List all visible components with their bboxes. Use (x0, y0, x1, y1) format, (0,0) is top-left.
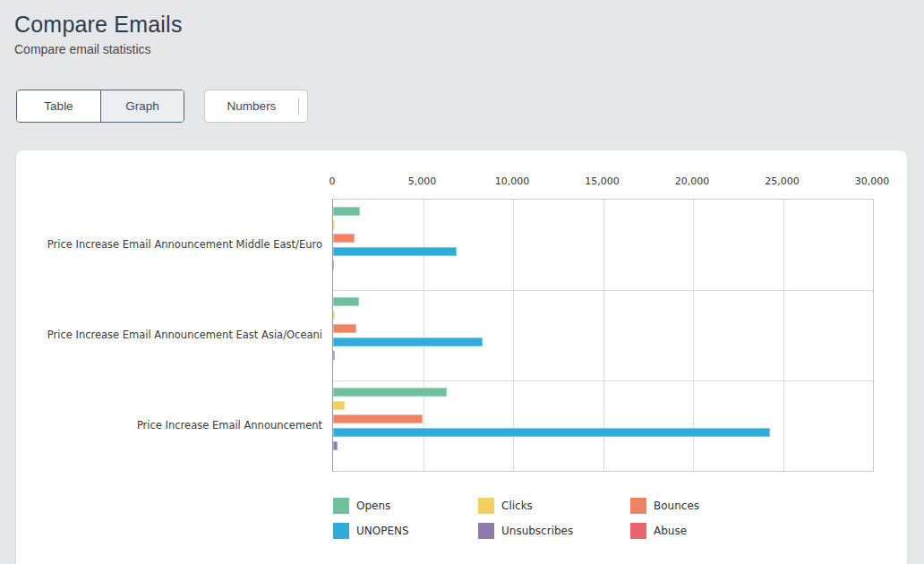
bar-unopens[interactable] (333, 338, 483, 346)
x-axis-tick-label: 30,000 (855, 175, 890, 187)
category-label: Price Increase Email Announcement Middle… (16, 238, 322, 251)
gridline-vertical (783, 200, 784, 471)
legend-label: Abuse (654, 525, 687, 537)
legend-item-unsubscribes[interactable]: Unsubscribes (478, 523, 630, 539)
legend-swatch-icon (630, 523, 646, 539)
gridline-horizontal (333, 290, 873, 291)
bar-opens[interactable] (333, 297, 359, 306)
x-axis-tick-label: 10,000 (495, 175, 530, 187)
x-axis-tick-label: 0 (329, 175, 336, 187)
legend-item-opens[interactable]: Opens (333, 498, 478, 514)
bar-opens[interactable] (333, 388, 447, 397)
legend-swatch-icon (333, 498, 349, 514)
legend-swatch-icon (478, 523, 494, 539)
legend-label: Clicks (501, 500, 533, 512)
legend-label: Opens (356, 500, 390, 512)
bar-clicks[interactable] (333, 311, 335, 320)
bar-bounces[interactable] (333, 414, 423, 423)
legend-item-unopens[interactable]: UNOPENS (333, 523, 478, 539)
bar-chart-plot-area (332, 199, 874, 472)
category-label: Price Increase Email Announcement (16, 419, 322, 432)
button-divider (298, 98, 299, 115)
bar-unsubscribes[interactable] (333, 351, 335, 360)
numbers-button-label: Numbers (205, 99, 298, 113)
bar-bounces[interactable] (333, 234, 355, 243)
chart-legend: OpensClicksBouncesUNOPENSUnsubscribesAbu… (333, 498, 791, 539)
bar-unopens[interactable] (333, 428, 770, 437)
x-axis-tick-label: 20,000 (675, 175, 710, 187)
bar-clicks[interactable] (333, 220, 335, 229)
view-toolbar: Table Graph Numbers (16, 90, 308, 123)
legend-item-clicks[interactable]: Clicks (478, 498, 630, 514)
bar-bounces[interactable] (333, 324, 356, 333)
legend-label: Bounces (654, 500, 699, 512)
legend-swatch-icon (333, 523, 349, 539)
gridline-horizontal (333, 380, 873, 381)
table-graph-toggle: Table Graph (16, 90, 184, 123)
category-label: Price Increase Email Announcement East A… (16, 329, 322, 341)
legend-swatch-icon (478, 498, 494, 514)
numbers-button[interactable]: Numbers (204, 90, 308, 123)
page-subtitle: Compare email statistics (14, 42, 151, 56)
page-title: Compare Emails (14, 12, 183, 38)
x-axis-tick-label: 15,000 (585, 175, 620, 187)
bar-unopens[interactable] (333, 247, 457, 256)
legend-item-abuse[interactable]: Abuse (630, 523, 791, 539)
legend-label: Unsubscribes (501, 525, 573, 537)
x-axis-tick-label: 5,000 (408, 175, 437, 187)
legend-item-bounces[interactable]: Bounces (630, 498, 791, 514)
table-button[interactable]: Table (17, 90, 100, 122)
bar-clicks[interactable] (333, 401, 345, 410)
bar-opens[interactable] (333, 207, 360, 216)
chart-card: 05,00010,00015,00020,00025,00030,000 Pri… (16, 150, 907, 564)
x-axis-tick-label: 25,000 (765, 175, 800, 187)
legend-label: UNOPENS (356, 525, 409, 537)
legend-swatch-icon (630, 498, 646, 514)
bar-unsubscribes[interactable] (333, 441, 338, 450)
graph-button[interactable]: Graph (100, 90, 184, 122)
bar-unsubscribes[interactable] (333, 261, 334, 269)
